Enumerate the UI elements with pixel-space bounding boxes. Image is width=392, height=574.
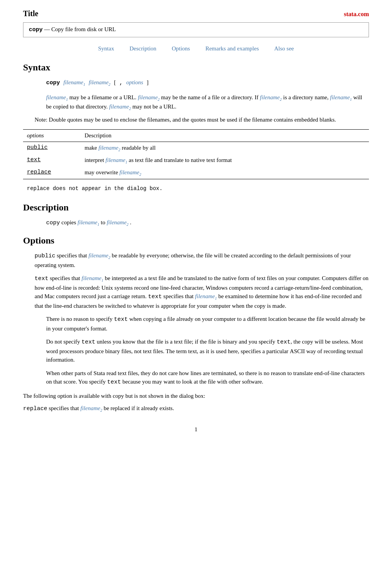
replace-option-para: replace specifies that filename2 be repl…	[23, 404, 369, 414]
following-option-text: The following option is available with c…	[23, 392, 369, 400]
description-body: copy copies filename1 to filename2 .	[46, 218, 369, 228]
option-text-desc: interpret filename1 as text file and tra…	[85, 154, 369, 167]
replace-filename2: filename2	[80, 405, 102, 411]
nav-description[interactable]: Description	[130, 44, 156, 53]
syntax-heading: Syntax	[23, 60, 369, 74]
syntax-command: copy	[46, 80, 60, 86]
syntax-arg2: filename2	[89, 79, 111, 85]
option-public-desc: make filename2 readable by all	[85, 142, 369, 154]
description-col-header: Description	[85, 130, 369, 142]
syntax-comma: ,	[119, 80, 126, 86]
text-option-para3: Do not specify text unless you know that…	[46, 337, 369, 364]
text-option-para: text specifies that filename1 be interpr…	[35, 274, 369, 310]
nav-remarks[interactable]: Remarks and examples	[205, 44, 259, 53]
command-dash: —	[44, 26, 50, 32]
public-option-para: public specifies that filename2 be reada…	[35, 251, 369, 269]
filename1-ref: filename1	[46, 94, 68, 100]
options-section: Options public specifies that filename2 …	[23, 234, 369, 414]
text-option-para2: There is no reason to specify text when …	[46, 315, 369, 333]
header-bar: Title stata.com	[23, 8, 369, 19]
filename2-ref3: filename2	[109, 103, 131, 110]
opt-filename2: filename2	[88, 252, 110, 259]
page-number: 1	[23, 425, 369, 434]
option-replace: replace	[23, 167, 85, 179]
command-box: copy — Copy file from disk or URL	[23, 22, 369, 37]
options-heading: Options	[23, 234, 369, 247]
options-col-header: options	[23, 130, 85, 142]
command-name: copy	[29, 27, 43, 33]
syntax-bracket-close: ]	[147, 79, 149, 85]
nav-syntax[interactable]: Syntax	[98, 44, 114, 53]
syntax-note1: filename1 may be a filename or a URL. fi…	[46, 93, 369, 112]
option-replace-desc: may overwrite filename2	[85, 167, 369, 179]
text-option-para4: When other parts of Stata read text file…	[46, 369, 369, 387]
table-row: text interpret filename1 as text file an…	[23, 154, 369, 167]
nav-also-see[interactable]: Also see	[274, 44, 294, 53]
opt-filename1b: filename1	[195, 293, 217, 299]
page-title: Title	[23, 8, 38, 19]
syntax-line: copy filename1 filename2 [ , options ]	[46, 78, 369, 88]
description-heading: Description	[23, 200, 369, 214]
options-table: options Description public make filename…	[23, 129, 369, 179]
replace-note: replace does not appear in the dialog bo…	[27, 185, 369, 193]
syntax-section: Syntax copy filename1 filename2 [ , opti…	[23, 60, 369, 193]
nav-options[interactable]: Options	[172, 44, 190, 53]
filename1-ref2: filename1	[330, 94, 352, 100]
syntax-bracket-open: [	[114, 79, 116, 85]
option-public: public	[23, 142, 85, 154]
opt-filename1: filename1	[81, 275, 103, 281]
filename2-ref2: filename2	[260, 94, 282, 100]
table-row: public make filename2 readable by all	[23, 142, 369, 154]
desc-filename1: filename1	[78, 219, 100, 225]
description-section: Description copy copies filename1 to fil…	[23, 200, 369, 228]
syntax-arg1: filename1	[63, 79, 85, 85]
nav-links: Syntax Description Options Remarks and e…	[23, 44, 369, 53]
option-text: text	[23, 154, 85, 167]
syntax-note2: Note: Double quotes may be used to enclo…	[35, 115, 369, 124]
filename2-ref: filename2	[138, 94, 160, 100]
table-row: replace may overwrite filename2	[23, 167, 369, 179]
syntax-options: options	[126, 79, 143, 85]
command-description: Copy file from disk or URL	[51, 26, 116, 32]
stata-link[interactable]: stata.com	[344, 10, 369, 19]
desc-filename2: filename2	[107, 219, 129, 225]
